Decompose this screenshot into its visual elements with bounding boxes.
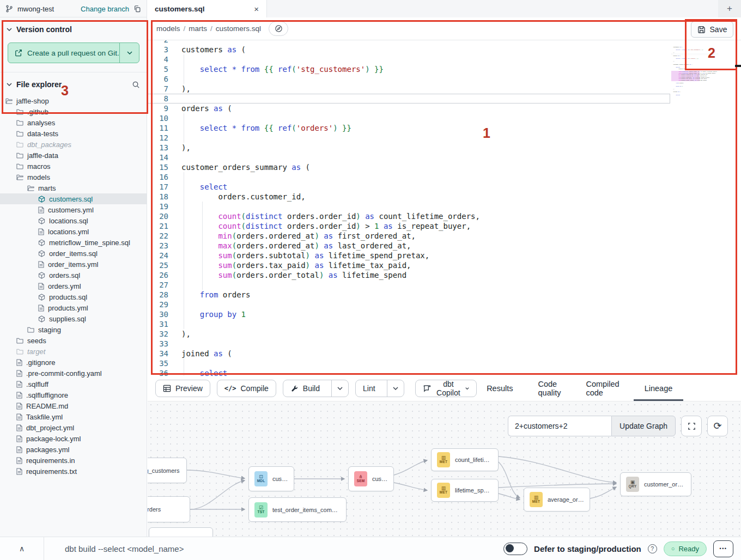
lineage-node-customer_order_metrics[interactable]: ▣QRYcustomer_order_metrics (620, 472, 691, 496)
lineage-node-stg_customers[interactable]: stg_customers (148, 458, 187, 483)
tab-compiled-code[interactable]: Compiled code (582, 376, 622, 401)
tree-item-.pre-commit-config.yaml[interactable]: .pre-commit-config.yaml (0, 368, 147, 379)
build-button[interactable]: Build (283, 380, 349, 397)
tree-item-package-lock.yml[interactable]: package-lock.yml (0, 433, 147, 444)
tree-item-order_items.sql[interactable]: order_items.sql (0, 248, 147, 259)
tree-item-.gitignore[interactable]: .gitignore (0, 357, 147, 368)
code-line-35[interactable]: 35 (148, 358, 670, 368)
code-line-7[interactable]: 7), (148, 84, 670, 94)
tree-item-jaffle-shop[interactable]: jaffle-shop (0, 95, 147, 106)
code-line-36[interactable]: 36 select (671, 94, 718, 96)
code-line-23[interactable]: 23 max(orders.ordered_at) as last_ordere… (148, 241, 670, 251)
code-line-30[interactable]: 30 group by 1 (148, 309, 670, 319)
code-line-4[interactable]: 4 (148, 54, 670, 64)
version-control-header[interactable]: Version control (0, 17, 147, 39)
breadcrumb-file[interactable]: customers.sql (216, 25, 261, 33)
tree-item-customers.sql[interactable]: customers.sql (0, 193, 147, 204)
lineage-selector-input[interactable] (508, 416, 611, 436)
tree-item-staging[interactable]: staging (0, 324, 147, 335)
code-line-26[interactable]: 26 sum(orders.order_total) as lifetime_s… (148, 270, 670, 280)
defer-toggle[interactable] (503, 543, 527, 555)
help-icon[interactable]: ? (648, 544, 657, 553)
model-health-button[interactable] (269, 21, 288, 36)
lint-button[interactable]: Lint (355, 380, 404, 397)
minimap[interactable]: 23customers as (45 select * from {{ ref(… (671, 45, 720, 350)
lineage-node-count_lifetime_orders[interactable]: ▥METcount_lifetime_orders (431, 448, 499, 471)
tree-item-Taskfile.yml[interactable]: Taskfile.yml (0, 411, 147, 422)
tree-item-marts[interactable]: marts (0, 182, 147, 193)
code-line-33[interactable]: 33 (148, 339, 670, 349)
code-line-18[interactable]: 18 orders.customer_id, (148, 192, 670, 202)
tree-item-models[interactable]: models (0, 172, 147, 182)
code-line-21[interactable]: 21 count(distinct orders.order_id) > 1 a… (148, 221, 670, 231)
copy-icon[interactable] (133, 5, 141, 13)
tab-lineage[interactable]: Lineage (641, 376, 676, 401)
pr-dropdown-chevron-icon[interactable] (119, 43, 139, 63)
lineage-node-test_order_items_compute_to_bools...[interactable]: ☑TSTtest_order_items_compute_to_bools... (248, 497, 347, 522)
tree-item-orders.sql[interactable]: orders.sql (0, 270, 147, 281)
tree-item-products.sql[interactable]: products.sql (0, 291, 147, 302)
compile-button[interactable]: </> Compile (217, 380, 276, 397)
command-input[interactable] (44, 544, 503, 553)
change-branch-link[interactable]: Change branch (81, 5, 129, 13)
collapse-chevron-icon[interactable]: ∧ (0, 544, 44, 553)
dbt-copilot-button[interactable]: dbt Copilot (415, 380, 477, 397)
code-line-36[interactable]: 36 select (148, 368, 670, 376)
lineage-node-orders[interactable]: orders (148, 496, 190, 522)
tree-item-.sqlfluff[interactable]: .sqlfluff (0, 379, 147, 389)
new-tab-button[interactable]: + (718, 0, 741, 17)
code-line-2[interactable]: 2 (148, 40, 670, 45)
tree-item-jaffle-data[interactable]: jaffle-data (0, 150, 147, 161)
code-line-17[interactable]: 17 select (148, 182, 670, 192)
lineage-node-lifetime_spend_pretax[interactable]: ▥METlifetime_spend_pretax (431, 479, 499, 502)
refresh-button[interactable]: ⟳ (707, 416, 728, 436)
code-line-9[interactable]: 9orders as ( (148, 104, 670, 113)
tree-item-requirements.in[interactable]: requirements.in (0, 455, 147, 466)
code-line-12[interactable]: 12 (148, 133, 670, 143)
fullscreen-button[interactable] (681, 416, 702, 436)
tree-item-data-tests[interactable]: data-tests (0, 128, 147, 139)
lineage-panel[interactable]: stg_customersorders⊡MDLcustomers☑TSTtest… (148, 401, 741, 537)
tree-item-macros[interactable]: macros (0, 161, 147, 172)
code-line-5[interactable]: 5 select * from {{ ref('stg_customers') … (148, 64, 670, 74)
tree-item-requirements.txt[interactable]: requirements.txt (0, 466, 147, 477)
tree-item-metricflow_time_spine.sql[interactable]: metricflow_time_spine.sql (0, 237, 147, 248)
code-line-8[interactable]: 8 (148, 94, 670, 104)
code-line-11[interactable]: 11 select * from {{ ref('orders') }} (148, 123, 670, 133)
create-pull-request-button[interactable]: Create a pull request on Git... (8, 42, 139, 63)
lineage-node-average_order_value[interactable]: ▥METaverage_order_value (524, 488, 590, 512)
tree-item-.sqlfluffignore[interactable]: .sqlfluffignore (0, 389, 147, 400)
breadcrumb-marts[interactable]: marts (189, 25, 207, 33)
code-line-34[interactable]: 34joined as ( (148, 349, 670, 358)
code-line-14[interactable]: 14 (148, 153, 670, 162)
search-icon[interactable] (132, 81, 140, 89)
code-line-22[interactable]: 22 min(orders.ordered_at) as first_order… (148, 231, 670, 241)
build-dropdown-chevron-icon[interactable] (331, 380, 348, 397)
code-line-19[interactable]: 19 (148, 202, 670, 211)
tab-customers-sql[interactable]: customers.sql × (147, 0, 267, 17)
tree-item-supplies.sql[interactable]: supplies.sql (0, 313, 147, 324)
lint-dropdown-chevron-icon[interactable] (387, 380, 404, 397)
lineage-node-customers[interactable]: ⋔SEMcustomers (348, 466, 394, 491)
lineage-node-customers[interactable]: ⊡MDLcustomers (248, 466, 294, 491)
code-line-13[interactable]: 13), (148, 143, 670, 153)
code-line-27[interactable]: 27 (148, 280, 670, 290)
tree-item-dbt_project.yml[interactable]: dbt_project.yml (0, 422, 147, 433)
save-button[interactable]: Save (691, 21, 733, 38)
tree-item-locations.sql[interactable]: locations.sql (0, 215, 147, 226)
preview-button[interactable]: Preview (155, 380, 210, 397)
code-area[interactable]: 23customers as (45 select * from {{ ref(… (148, 40, 741, 376)
tab-results[interactable]: Results (483, 376, 516, 401)
code-line-24[interactable]: 24 sum(orders.subtotal) as lifetime_spen… (148, 251, 670, 260)
code-line-29[interactable]: 29 (148, 300, 670, 309)
code-line-20[interactable]: 20 count(distinct orders.order_id) as co… (148, 211, 670, 221)
tree-item-analyses[interactable]: analyses (0, 117, 147, 128)
tree-item-target[interactable]: target (0, 346, 147, 357)
code-line-3[interactable]: 3customers as ( (148, 45, 670, 54)
code-line-16[interactable]: 16 (148, 172, 670, 182)
file-explorer-header[interactable]: File explorer (0, 72, 147, 93)
tree-item-customers.yml[interactable]: customers.yml (0, 204, 147, 215)
tree-item-orders.yml[interactable]: orders.yml (0, 281, 147, 291)
code-line-15[interactable]: 15customer_orders_summary as ( (148, 162, 670, 172)
tab-code-quality[interactable]: Code quality (535, 376, 564, 401)
